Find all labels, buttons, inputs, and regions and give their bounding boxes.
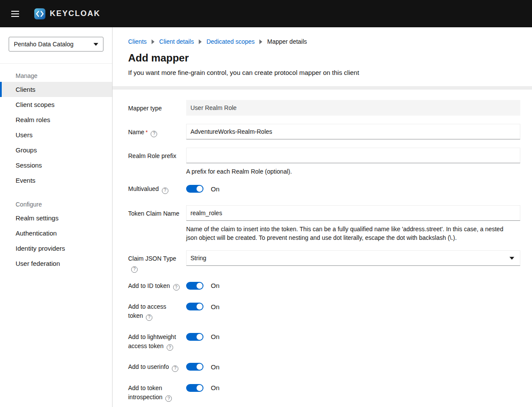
top-bar: KEYCLOAK [0,0,532,27]
name-label: Name [128,129,144,136]
nav-section-configure: Configure [0,201,112,208]
add-to-token-introspection-help-icon[interactable]: ? [165,395,172,402]
add-to-lightweight-access-token-state-label: On [211,333,219,340]
add-mapper-form: Mapper type Name*? Realm Role prefix [113,90,532,407]
section-divider [113,86,532,90]
keycloak-logo-icon [34,8,46,20]
token-claim-name-helper: Name of the claim to insert into the tok… [186,225,515,242]
add-to-userinfo-help-icon[interactable]: ? [172,365,178,372]
add-to-id-token-row: Add to ID token? On [128,281,520,291]
realm-role-prefix-row: Realm Role prefix A prefix for each Real… [128,148,520,176]
sidebar-item-users[interactable]: Users [0,127,112,142]
sidebar-nav: Manage Clients Client scopes Realm roles… [0,72,112,271]
name-help-icon[interactable]: ? [151,131,157,137]
main-content: Clients Client details Dedicated scopes … [113,27,532,407]
add-to-token-introspection-state-label: On [211,384,219,391]
add-to-userinfo-state-label: On [211,363,219,371]
breadcrumb-current-mapper-details: Mapper details [267,38,307,45]
add-to-userinfo-label: Add to userinfo [128,363,169,370]
add-to-id-token-state-label: On [211,282,219,289]
mapper-type-label: Mapper type [128,105,162,112]
page-title: Add mapper [128,52,520,64]
required-asterisk: * [145,129,148,136]
brand-name: KEYCLOAK [50,9,100,18]
claim-json-type-value: String [190,255,206,262]
breadcrumb-link-clients[interactable]: Clients [128,38,147,45]
chevron-down-icon [94,43,98,46]
add-to-token-introspection-row: Add to token introspection? On [128,383,520,402]
claim-json-type-select[interactable]: String [186,250,520,266]
name-row: Name*? [128,124,520,139]
sidebar-item-sessions[interactable]: Sessions [0,158,112,173]
add-to-access-token-row: Add to access token? On [128,302,520,321]
sidebar-item-realm-roles[interactable]: Realm roles [0,112,112,127]
claim-json-type-row: Claim JSON Type? String [128,250,520,273]
realm-selector-wrap: Pentaho Data Catalog [0,37,112,64]
breadcrumb: Clients Client details Dedicated scopes … [128,38,520,45]
claim-json-type-help-icon[interactable]: ? [131,266,138,273]
nav-section-manage: Manage [0,72,112,79]
multivalued-label: Multivalued [128,185,159,192]
token-claim-name-label: Token Claim Name [128,210,179,217]
breadcrumb-separator-icon [152,39,155,44]
realm-role-prefix-helper: A prefix for each Realm Role (optional). [186,167,515,176]
sidebar-item-identity-providers[interactable]: Identity providers [0,241,112,256]
multivalued-row: Multivalued? On [128,184,520,194]
realm-selector-value: Pentaho Data Catalog [14,41,74,48]
add-to-id-token-toggle[interactable] [186,282,203,290]
add-to-lightweight-access-token-row: Add to lightweight access token? On [128,332,520,351]
token-claim-name-input[interactable] [186,205,520,221]
add-to-access-token-state-label: On [211,303,219,310]
page-subtitle: If you want more fine-grain control, you… [128,69,520,76]
add-to-token-introspection-toggle[interactable] [186,384,203,392]
mapper-type-row: Mapper type [128,100,520,116]
sidebar-item-user-federation[interactable]: User federation [0,256,112,271]
add-to-token-introspection-label: Add to token introspection [128,384,162,401]
sidebar-item-realm-settings[interactable]: Realm settings [0,210,112,226]
sidebar: Pentaho Data Catalog Manage Clients Clie… [0,27,113,407]
multivalued-toggle[interactable] [186,185,203,193]
sidebar-item-clients[interactable]: Clients [0,82,112,97]
add-to-access-token-toggle[interactable] [186,303,203,310]
mapper-type-input [186,100,520,116]
hamburger-menu-button[interactable] [7,6,23,22]
keycloak-logo: KEYCLOAK [34,8,100,20]
name-input[interactable] [186,124,520,139]
add-to-lightweight-access-token-toggle[interactable] [186,333,203,341]
breadcrumb-separator-icon [259,39,262,44]
sidebar-item-authentication[interactable]: Authentication [0,226,112,241]
breadcrumb-separator-icon [199,39,202,44]
realm-role-prefix-input[interactable] [186,148,520,163]
breadcrumb-link-dedicated-scopes[interactable]: Dedicated scopes [206,38,255,45]
realm-selector[interactable]: Pentaho Data Catalog [9,37,103,52]
caret-down-icon [509,257,514,260]
sidebar-item-groups[interactable]: Groups [0,142,112,158]
breadcrumb-link-client-details[interactable]: Client details [159,38,194,45]
add-to-userinfo-toggle[interactable] [186,363,203,371]
add-to-userinfo-row: Add to userinfo? On [128,362,520,372]
multivalued-help-icon[interactable]: ? [162,187,168,194]
sidebar-item-client-scopes[interactable]: Client scopes [0,97,112,112]
add-to-lightweight-access-token-help-icon[interactable]: ? [167,344,173,351]
sidebar-item-events[interactable]: Events [0,173,112,188]
token-claim-name-row: Token Claim Name Name of the claim to in… [128,205,520,242]
multivalued-state-label: On [211,185,219,193]
realm-role-prefix-label: Realm Role prefix [128,152,176,159]
add-to-id-token-label: Add to ID token [128,282,170,289]
add-to-access-token-help-icon[interactable]: ? [146,314,152,321]
add-to-id-token-help-icon[interactable]: ? [173,284,180,291]
claim-json-type-label: Claim JSON Type [128,255,176,262]
